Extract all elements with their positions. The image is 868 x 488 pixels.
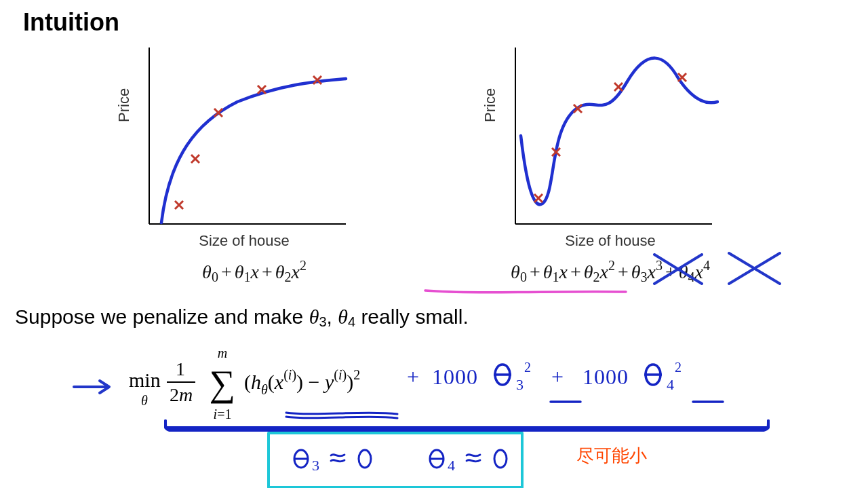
y-axis-label-right: Price [481,88,499,122]
chinese-annotation: 尽可能小 [576,444,647,468]
svg-text:min: min [129,369,161,391]
chart-quartic: Price Size of house [502,41,719,231]
formula-quadratic: θ0+θ1x+θ2x2 [139,258,370,285]
theta3-approx-zero: 3 [292,447,374,474]
pink-underline [424,288,627,296]
zero-icon [356,447,374,470]
slide-title: Intuition [23,8,119,37]
zero-icon [492,447,509,470]
strike-theta3-term [651,251,705,288]
y-axis-label-left: Price [115,88,133,122]
theta-icon [292,447,312,470]
theta3-underline [549,399,583,406]
theta4-hand: 42 [642,360,682,394]
theta3-text: θ [309,305,319,328]
suppose-line: Suppose we penalize and make θ3, θ4 real… [15,305,469,330]
approx-icon [465,450,481,465]
x-axis-label-left: Size of house [136,232,353,250]
penalty-handwritten: + 1000 32 + 1000 42 [407,360,684,394]
chart-svg-right [502,41,719,231]
svg-point-29 [494,450,507,468]
slide-root: Intuition Price Size of house Price [0,0,868,488]
svg-point-26 [359,450,371,468]
svg-text:m: m [218,345,227,360]
theta4-underline [692,399,726,406]
x-axis-label-right: Size of house [502,232,719,250]
svg-text:(hθ(x(i)) − y(i))2: (hθ(x(i)) − y(i))2 [244,367,360,397]
svg-text:θ: θ [141,393,148,408]
chart-quadratic: Price Size of house [136,41,353,231]
svg-text:1: 1 [176,358,185,379]
strike-theta4-term [726,250,783,289]
theta4-text: θ [338,305,348,328]
chart-svg-left [136,41,353,231]
arrow-icon [71,377,112,397]
approx-icon [330,450,346,465]
theta-icon [427,447,448,470]
suppose-post: really small. [355,305,469,328]
theta3-hand: 32 [492,360,532,394]
svg-text:2m: 2m [170,384,193,405]
theta4-approx-zero: 4 [427,447,509,474]
suppose-pre: Suppose we penalize and make [15,305,309,328]
svg-text:∑: ∑ [210,363,236,404]
